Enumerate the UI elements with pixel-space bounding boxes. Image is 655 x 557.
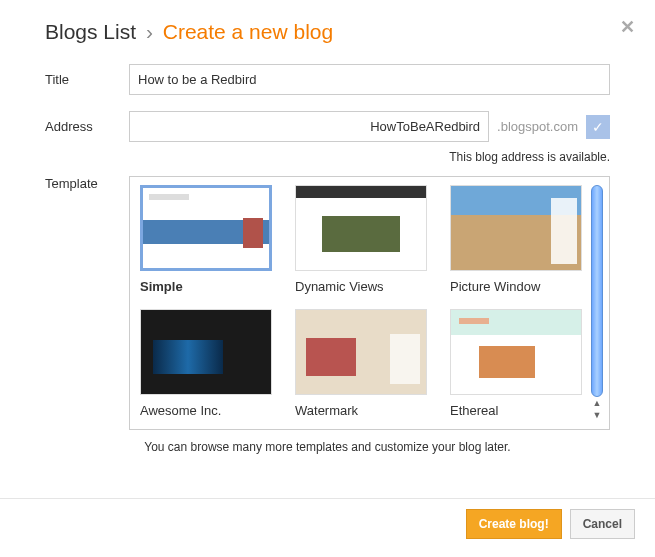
address-field-wrap: .blogspot.com ✓ [129,111,610,142]
template-thumb [140,309,272,395]
breadcrumb-root[interactable]: Blogs List [45,20,136,43]
address-suffix: .blogspot.com [497,119,578,134]
breadcrumb-separator: › [146,20,153,43]
cancel-button[interactable]: Cancel [570,509,635,539]
template-name: Picture Window [450,279,587,294]
template-name: Ethereal [450,403,587,418]
template-hint: You can browse many more templates and c… [45,440,610,454]
scroll-down-icon[interactable]: ▼ [593,410,602,420]
check-icon: ✓ [586,115,610,139]
template-thumb [295,185,427,271]
template-thumb [140,185,272,271]
title-label: Title [45,72,119,87]
template-name: Watermark [295,403,432,418]
template-thumb [450,185,582,271]
template-label: Template [45,176,119,191]
template-thumb [450,309,582,395]
availability-status: This blog address is available. [129,150,610,164]
template-dynamic-views[interactable]: Dynamic Views [295,185,432,297]
create-blog-dialog: ✕ Blogs List › Create a new blog Title A… [0,0,655,474]
scrollbar[interactable]: ▲ ▼ [589,185,605,421]
template-ethereal[interactable]: Ethereal [450,309,587,421]
template-name: Dynamic Views [295,279,432,294]
breadcrumb: Blogs List › Create a new blog [45,20,610,44]
close-icon[interactable]: ✕ [620,16,635,38]
address-input[interactable] [129,111,489,142]
scrollbar-thumb[interactable] [591,185,603,397]
template-name: Awesome Inc. [140,403,277,418]
divider [0,498,655,499]
template-grid: Simple Dynamic Views Picture Window Awes… [140,185,587,421]
address-row: Address .blogspot.com ✓ [45,111,610,142]
template-name: Simple [140,279,277,294]
address-label: Address [45,119,119,134]
title-row: Title [45,64,610,95]
template-list: Simple Dynamic Views Picture Window Awes… [129,176,610,430]
scroll-up-icon[interactable]: ▲ [593,398,602,408]
template-awesome-inc[interactable]: Awesome Inc. [140,309,277,421]
breadcrumb-current: Create a new blog [163,20,333,43]
title-input[interactable] [129,64,610,95]
template-simple[interactable]: Simple [140,185,277,297]
dialog-footer: Create blog! Cancel [466,509,635,539]
create-blog-button[interactable]: Create blog! [466,509,562,539]
template-picture-window[interactable]: Picture Window [450,185,587,297]
template-watermark[interactable]: Watermark [295,309,432,421]
template-thumb [295,309,427,395]
template-row: Template Simple Dynamic Views Picture Wi… [45,176,610,430]
